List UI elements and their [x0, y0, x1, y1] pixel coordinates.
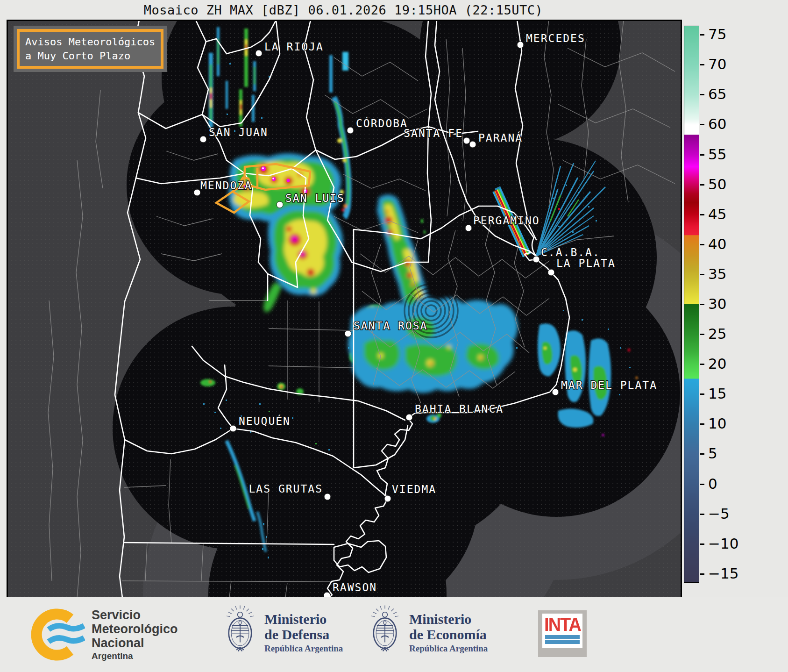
inta-wordmark: INTA	[544, 614, 581, 634]
radar-mosaic-page: Mosaico ZH MAX [dBZ] 06.01.2026 19:15HOA…	[0, 0, 788, 672]
svg-text:MERCEDES: MERCEDES	[526, 32, 585, 44]
defensa-line3: República Argentina	[264, 643, 343, 654]
svg-text:LA PLATA: LA PLATA	[556, 257, 616, 269]
svg-text:MENDOZA: MENDOZA	[200, 179, 252, 192]
coat-of-arms-icon	[368, 602, 402, 663]
footer: Servicio Meteorológico Nacional Argentin…	[0, 597, 788, 672]
smn-name-line2: Meteorológico	[92, 622, 178, 636]
defensa-line1: Ministerio	[264, 611, 343, 627]
svg-text:MAR DEL PLATA: MAR DEL PLATA	[561, 379, 657, 391]
smn-logo: Servicio Meteorológico Nacional Argentin…	[27, 607, 178, 663]
radar-map: MERCEDESLA RIOJASAN JUANCÓRDOBASANTA FEP…	[7, 20, 682, 598]
svg-text:SANTA ROSA: SANTA ROSA	[354, 320, 427, 332]
economia-line2: de Economía	[409, 627, 488, 642]
inta-bar-1	[545, 635, 580, 639]
warning-line-1: Avisos Meteorológicos	[25, 35, 155, 49]
colorbar-gradient	[684, 26, 699, 583]
coat-of-arms-icon	[223, 602, 257, 663]
smn-country: Argentina	[92, 651, 178, 661]
svg-text:VIEDMA: VIEDMA	[392, 483, 436, 495]
smn-name-line3: Nacional	[92, 636, 178, 650]
warning-box: Avisos Meteorológicos a Muy Corto Plazo	[14, 26, 167, 72]
page-title: Mosaico ZH MAX [dBZ] 06.01.2026 19:15HOA…	[0, 3, 687, 17]
warning-line-2: a Muy Corto Plazo	[25, 49, 155, 63]
reflectivity-colorbar: 757065605550454035302520151050−5−10−15	[684, 26, 782, 583]
ministerio-defensa-logo: Ministerio de Defensa República Argentin…	[223, 602, 343, 663]
svg-text:BAHIA BLANCA: BAHIA BLANCA	[415, 403, 504, 415]
svg-text:SANTA FE: SANTA FE	[404, 127, 463, 139]
inta-logo: INTA	[538, 610, 587, 657]
dot-texture	[7, 20, 682, 598]
smn-logo-icon	[27, 607, 85, 663]
inta-bar-2	[545, 640, 580, 644]
economia-line3: República Argentina	[409, 643, 488, 654]
economia-line1: Ministerio	[409, 611, 488, 627]
smn-name-line1: Servicio	[92, 608, 178, 622]
svg-text:CÓRDOBA: CÓRDOBA	[356, 117, 408, 129]
defensa-line2: de Defensa	[264, 627, 343, 642]
ministerio-economia-logo: Ministerio de Economía República Argenti…	[368, 602, 488, 663]
svg-text:SAN LUIS: SAN LUIS	[285, 192, 345, 204]
svg-text:LA RIOJA: LA RIOJA	[264, 41, 324, 53]
svg-text:PERGAMINO: PERGAMINO	[473, 214, 540, 227]
svg-text:RAWSON: RAWSON	[333, 581, 377, 593]
svg-text:LAS GRUTAS: LAS GRUTAS	[249, 483, 323, 495]
radar-map-svg: MERCEDESLA RIOJASAN JUANCÓRDOBASANTA FEP…	[7, 20, 682, 598]
svg-text:NEUQUÉN: NEUQUÉN	[239, 415, 291, 427]
svg-text:SAN JUAN: SAN JUAN	[209, 126, 268, 138]
svg-text:PARANÁ: PARANÁ	[478, 131, 523, 144]
